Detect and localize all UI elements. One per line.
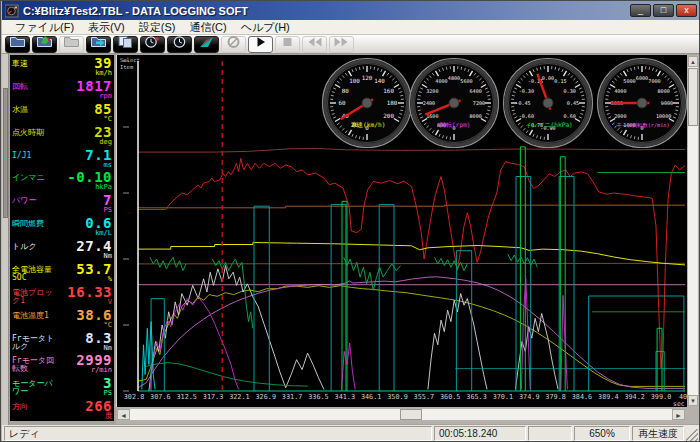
- toolbar-pointer-button[interactable]: [194, 36, 219, 53]
- param-row-14[interactable]: モーターパワー3PS: [10, 375, 114, 398]
- save-icon: [36, 35, 53, 53]
- param-row-2[interactable]: 水温85°C: [10, 101, 114, 124]
- x-axis-label: 394.2: [624, 393, 644, 401]
- param-row-7[interactable]: 瞬間燃費0.6km/L: [10, 215, 114, 238]
- menu-item-0[interactable]: ファイル(F): [8, 20, 81, 35]
- toolbar-save-as-button: [59, 36, 84, 53]
- svg-text:140: 140: [374, 78, 385, 84]
- gauge-motor-speed: 0100020003000400050006000700080009000100…: [596, 57, 688, 149]
- gauge-label: インマニ(hkPa): [525, 121, 573, 128]
- param-row-4[interactable]: I/J17.1ms: [10, 147, 114, 170]
- param-label: 電池ブロック1: [12, 285, 59, 307]
- select-item-label[interactable]: Select: [120, 57, 140, 63]
- param-row-15[interactable]: 方向266度: [10, 398, 114, 421]
- app-icon: [5, 4, 19, 18]
- copy-icon: [117, 35, 134, 53]
- svg-text:0.00: 0.00: [542, 75, 554, 81]
- svg-text:9000: 9000: [661, 100, 673, 106]
- param-unit: °C: [59, 116, 112, 123]
- resize-grip[interactable]: [686, 429, 698, 441]
- toolbar-time-zoom-out-button[interactable]: [167, 36, 192, 53]
- param-row-8[interactable]: トルク27.4Nm: [10, 238, 114, 261]
- param-unit: hkPa: [59, 184, 112, 191]
- toolbar-save-button[interactable]: [32, 36, 57, 53]
- param-label: インマニ: [12, 170, 59, 192]
- param-label: 全電池容量SOC: [12, 262, 59, 284]
- app-window: C:¥Blitz¥Test2.TBL - DATA LOGGING SOFT _…: [0, 0, 700, 442]
- x-axis-label: 379.8: [545, 393, 565, 401]
- menu-item-2[interactable]: 設定(S): [132, 20, 183, 35]
- param-unit: PS: [59, 390, 112, 397]
- status-bar: レディ 00:05:18.240 650% 再生速度: [2, 425, 700, 442]
- svg-text:2400: 2400: [423, 100, 435, 106]
- param-row-0[interactable]: 車速39km/h: [10, 55, 114, 78]
- toolbar-time-zoom-in-button[interactable]: [140, 36, 165, 53]
- toolbar-open-button[interactable]: [5, 36, 30, 53]
- chart-h-scrollbar[interactable]: ◄ ►: [116, 408, 686, 421]
- menu-item-3[interactable]: 通信(C): [182, 20, 233, 35]
- menu-item-1[interactable]: 表示(V): [81, 20, 132, 35]
- gauge-label: 回転(rpm): [439, 121, 470, 129]
- clock-icon: [171, 35, 188, 53]
- param-value: 1817: [59, 79, 112, 93]
- clock-plus-icon: [144, 35, 161, 53]
- toolbar-export-button[interactable]: [86, 36, 111, 53]
- x-axis-unit: sec: [673, 400, 685, 407]
- param-row-12[interactable]: Frモータトルク8.3Nm: [10, 330, 114, 353]
- sidebar-scrollbar-thumb[interactable]: [3, 88, 8, 218]
- svg-text:-0.45: -0.45: [515, 100, 530, 106]
- param-row-6[interactable]: パワー7PS: [10, 192, 114, 215]
- param-row-9[interactable]: 全電池容量SOC53.7%: [10, 261, 114, 284]
- h-scroll-right-arrow[interactable]: ►: [672, 409, 685, 420]
- chart-v-scrollbar[interactable]: ▲ ▼: [687, 55, 699, 407]
- maximize-button[interactable]: □: [653, 4, 674, 17]
- param-row-3[interactable]: 点火時期23deg: [10, 124, 114, 147]
- x-axis-label: 389.4: [598, 393, 618, 401]
- x-axis-label: 355.7: [414, 393, 434, 401]
- status-time: 00:05:18.240: [434, 426, 526, 441]
- param-label: 方向: [12, 399, 59, 421]
- svg-text:120: 120: [362, 75, 373, 81]
- param-label: Frモータトルク: [12, 331, 59, 353]
- toolbar-copy-button[interactable]: [113, 36, 138, 53]
- param-value: 39: [59, 56, 112, 70]
- param-row-5[interactable]: インマニ-0.10hkPa: [10, 169, 114, 192]
- gauge-speed: 020406080100120140160180200車速(km/h): [321, 57, 413, 149]
- v-scroll-thumb[interactable]: [688, 68, 698, 126]
- svg-text:2000: 2000: [614, 113, 626, 119]
- param-unit: Nm: [59, 253, 112, 260]
- param-label: Frモータ回転数: [12, 353, 59, 375]
- param-value: 7.1: [59, 148, 112, 162]
- sidebar-scrollbar[interactable]: [2, 54, 9, 425]
- menu-bar: ファイル(F)表示(V)設定(S)通信(C)ヘルプ(H): [2, 20, 700, 35]
- client-area: 車速39km/h回転1817rpm水温85°C点火時期23degI/J17.1m…: [2, 54, 700, 425]
- x-axis-label: 370.1: [493, 393, 513, 401]
- param-row-11[interactable]: 電池温度138.6°C: [10, 307, 114, 330]
- svg-text:7000: 7000: [648, 78, 660, 84]
- svg-text:-0.30: -0.30: [519, 88, 534, 94]
- param-label: モーターパワー: [12, 376, 59, 398]
- v-scroll-down-arrow[interactable]: ▼: [688, 395, 698, 406]
- param-row-13[interactable]: Frモータ回転数2999r/min: [10, 352, 114, 375]
- toolbar-play-button[interactable]: [248, 36, 273, 53]
- menu-item-4[interactable]: ヘルプ(H): [234, 20, 297, 35]
- param-value: 8.3: [59, 331, 112, 345]
- status-playback-speed: 650%: [574, 426, 630, 441]
- svg-text:60: 60: [338, 100, 346, 106]
- close-button[interactable]: x: [676, 4, 697, 17]
- param-unit: rpm: [59, 93, 112, 100]
- h-scroll-thumb[interactable]: [400, 409, 422, 420]
- param-value: 38.6: [59, 308, 112, 322]
- param-unit: V: [59, 299, 112, 306]
- x-axis-label: 365.3: [466, 393, 486, 401]
- param-row-10[interactable]: 電池ブロック116.33V: [10, 284, 114, 307]
- svg-text:0.30: 0.30: [564, 88, 576, 94]
- param-label: 車速: [12, 56, 59, 78]
- h-scroll-left-arrow[interactable]: ◄: [117, 409, 130, 420]
- svg-text:0.15: 0.15: [554, 78, 566, 84]
- save-disabled-icon: [63, 35, 80, 53]
- minimize-button[interactable]: _: [630, 4, 651, 17]
- svg-text:3200: 3200: [426, 88, 438, 94]
- param-row-1[interactable]: 回転1817rpm: [10, 78, 114, 101]
- v-scroll-up-arrow[interactable]: ▲: [688, 56, 698, 67]
